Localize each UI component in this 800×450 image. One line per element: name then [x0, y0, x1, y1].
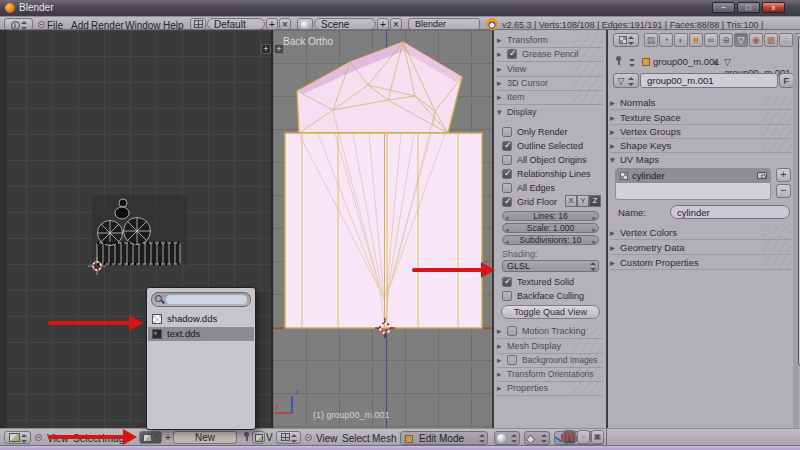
- breadcrumb-object[interactable]: group00_m.001: [642, 56, 720, 67]
- grease-pencil-checkbox[interactable]: ✓: [507, 49, 517, 59]
- mode-select[interactable]: Edit Mode: [400, 431, 488, 445]
- checkbox-outline-selected[interactable]: ✓Outline Selected: [502, 140, 602, 152]
- uv-map-add-button[interactable]: +: [776, 168, 791, 182]
- scene-browse-button[interactable]: [297, 18, 313, 30]
- render-camera-icon[interactable]: [757, 172, 767, 179]
- checkbox-all-object-origins[interactable]: All Object Origins: [502, 154, 602, 166]
- panel-3d-cursor[interactable]: 3D Cursor: [497, 77, 603, 91]
- uv-map-item-cylinder[interactable]: cylinder: [616, 169, 770, 183]
- checkbox-only-render[interactable]: Only Render: [502, 126, 602, 138]
- checkbox-backface-culling[interactable]: Backface Culling: [502, 290, 602, 302]
- tab-modifiers[interactable]: ⊕: [719, 33, 733, 47]
- viewport-3d[interactable]: Back Ortho: [273, 30, 492, 428]
- collapse-menus-icon[interactable]: [305, 434, 312, 441]
- menu-mesh[interactable]: Mesh: [369, 432, 399, 445]
- image-browse-button[interactable]: [139, 431, 162, 444]
- tab-world[interactable]: ◐: [674, 33, 688, 47]
- render-engine-select[interactable]: Blender Render: [408, 18, 480, 30]
- snap-element-button[interactable]: ▫: [577, 430, 590, 444]
- layout-delete-button[interactable]: ×: [279, 18, 291, 30]
- grid-scale-slider[interactable]: Scale: 1.000: [502, 223, 599, 233]
- properties-scrollbar[interactable]: [793, 34, 799, 438]
- tab-particles[interactable]: ∴: [779, 33, 793, 47]
- tab-object-data[interactable]: ▽: [734, 33, 748, 47]
- motion-tracking-checkbox[interactable]: [507, 326, 517, 336]
- panel-vertex-colors[interactable]: Vertex Colors: [610, 226, 792, 240]
- mesh-datablock-browse-button[interactable]: ▽: [613, 73, 639, 88]
- tab-material[interactable]: ◉: [749, 33, 763, 47]
- panel-geometry-data[interactable]: Geometry Data: [610, 241, 792, 255]
- grid-axis-z-toggle[interactable]: Z: [589, 195, 601, 207]
- panel-mesh-display[interactable]: Mesh Display: [497, 340, 603, 354]
- mini-editor-icon[interactable]: [252, 431, 265, 444]
- image-new-button[interactable]: New: [173, 431, 237, 444]
- layout-name-field[interactable]: Default: [207, 18, 265, 30]
- panel-display[interactable]: Display: [497, 106, 603, 119]
- panel-transform-orientations[interactable]: Transform Orientations: [497, 368, 603, 382]
- snap-toggle-button[interactable]: [563, 430, 576, 444]
- minimize-button[interactable]: −: [712, 2, 735, 13]
- layout-add-button[interactable]: +: [266, 18, 278, 30]
- panel-uv-maps[interactable]: UV Maps: [610, 153, 792, 166]
- search-input[interactable]: [166, 295, 247, 304]
- panel-shape-keys[interactable]: Shape Keys: [610, 139, 792, 153]
- uv-name-field[interactable]: cylinder: [670, 205, 790, 219]
- shading-mode-select[interactable]: GLSL: [502, 260, 599, 272]
- scene-add-button[interactable]: +: [377, 18, 389, 30]
- uv-map-remove-button[interactable]: −: [776, 184, 791, 198]
- tab-scene[interactable]: ◔: [659, 33, 673, 47]
- pin-icon[interactable]: [242, 432, 251, 443]
- uv-maps-list[interactable]: cylinder: [615, 168, 771, 200]
- viewport-shading-select[interactable]: [494, 431, 520, 445]
- tab-texture[interactable]: ▩: [764, 33, 778, 47]
- mesh-name-field[interactable]: group00_m.001: [640, 73, 778, 88]
- close-button[interactable]: x: [762, 2, 785, 13]
- grid-subdivisions-slider[interactable]: Subdivisions: 10: [502, 235, 599, 245]
- snap-target-button[interactable]: ▣: [591, 430, 604, 444]
- panel-transform[interactable]: Transform: [497, 34, 603, 48]
- panel-custom-properties[interactable]: Custom Properties: [610, 256, 792, 270]
- popup-item-text-dds[interactable]: text.dds: [148, 327, 254, 341]
- menu-select[interactable]: Select: [339, 432, 373, 445]
- checkbox-grid-floor[interactable]: ✓Grid Floor X Y Z: [502, 196, 602, 208]
- editor-type-button-3d-view[interactable]: [276, 431, 301, 444]
- editor-type-button-properties[interactable]: [613, 33, 639, 47]
- editor-type-button-image[interactable]: [4, 431, 31, 444]
- panel-view[interactable]: View: [497, 63, 603, 77]
- title-bar[interactable]: Blender − □ x: [0, 0, 800, 16]
- maximize-button[interactable]: □: [737, 2, 760, 13]
- checkbox-relationship-lines[interactable]: ✓Relationship Lines: [502, 168, 602, 180]
- collapse-menus-icon[interactable]: [35, 434, 42, 441]
- panel-normals[interactable]: Normals: [610, 96, 792, 110]
- tab-render[interactable]: ▤: [644, 33, 658, 47]
- panel-properties[interactable]: Properties: [497, 382, 603, 396]
- grid-lines-slider[interactable]: Lines: 16: [502, 211, 599, 221]
- fake-user-button[interactable]: F: [779, 73, 794, 88]
- panel-item[interactable]: Item: [497, 91, 603, 105]
- pivot-point-select[interactable]: [524, 431, 550, 445]
- tab-object[interactable]: ■: [689, 33, 703, 47]
- pin-icon[interactable]: [614, 56, 623, 67]
- scene-name-field[interactable]: Scene: [314, 18, 376, 30]
- unlink-icon[interactable]: +: [165, 432, 171, 443]
- expand-toolshelf-icon[interactable]: +: [274, 44, 284, 54]
- popup-item-shadow-dds[interactable]: shadow.dds: [148, 312, 254, 326]
- expand-panel-icon[interactable]: +: [261, 44, 271, 54]
- layout-browse-button[interactable]: [190, 18, 206, 30]
- tab-constraints[interactable]: ∞: [704, 33, 718, 47]
- background-images-checkbox[interactable]: [507, 355, 517, 365]
- panel-background-images[interactable]: Background Images: [497, 354, 603, 368]
- editor-type-button-info[interactable]: i: [4, 18, 33, 30]
- panel-grease-pencil[interactable]: ✓Grease Pencil: [497, 48, 603, 62]
- popup-search-field[interactable]: [151, 292, 251, 307]
- checkbox-textured-solid[interactable]: ✓Textured Solid: [502, 276, 602, 288]
- checkbox-all-edges[interactable]: All Edges: [502, 182, 602, 194]
- menu-view[interactable]: View: [313, 432, 341, 445]
- grid-axis-x-toggle[interactable]: X: [565, 195, 577, 207]
- panel-vertex-groups[interactable]: Vertex Groups: [610, 125, 792, 139]
- toggle-quad-view-button[interactable]: Toggle Quad View: [501, 305, 600, 319]
- grid-axis-y-toggle[interactable]: Y: [577, 195, 589, 207]
- breadcrumb-browse-icon[interactable]: [628, 56, 635, 67]
- panel-texture-space[interactable]: Texture Space: [610, 111, 792, 125]
- panel-motion-tracking[interactable]: Motion Tracking: [497, 325, 603, 339]
